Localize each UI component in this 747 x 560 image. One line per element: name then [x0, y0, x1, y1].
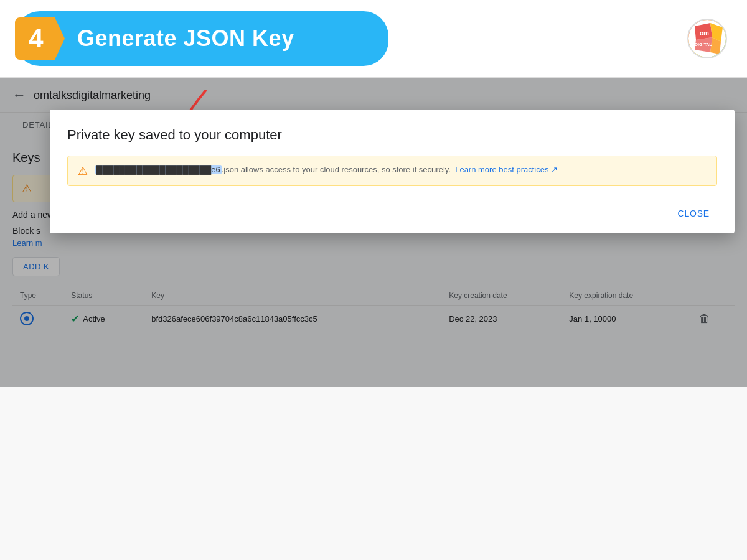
modal-footer: CLOSE	[67, 198, 717, 223]
step-banner: 4 Generate JSON Key	[15, 11, 388, 66]
modal-warning-icon: ⚠	[78, 164, 88, 178]
console-area: ← omtalksdigitalmarketing DETAILS PERMIS…	[0, 77, 747, 387]
warning-after-text: allows access to your cloud resources, s…	[238, 165, 451, 174]
modal-box: Private key saved to your computer ⚠ ███…	[50, 110, 735, 233]
filename-ext: .json	[222, 165, 238, 174]
learn-more-link[interactable]: Learn more best practices ↗	[455, 165, 558, 174]
logo-area: om DIGITAL	[682, 17, 732, 60]
brand-logo: om DIGITAL	[687, 19, 727, 58]
modal-warning-row: ⚠ ████████████████████e6.json allows acc…	[67, 156, 717, 186]
svg-text:om: om	[700, 30, 709, 37]
svg-text:DIGITAL: DIGITAL	[695, 42, 712, 47]
modal-warning-text: ████████████████████e6.json allows acces…	[95, 164, 558, 176]
close-button[interactable]: CLOSE	[670, 203, 717, 223]
external-link-icon: ↗	[551, 165, 558, 174]
modal-title: Private key saved to your computer	[67, 127, 717, 143]
filename-highlight: ████████████████████e6	[95, 165, 222, 174]
step-title: Generate JSON Key	[70, 26, 294, 52]
step-number: 4	[15, 17, 65, 60]
header-area: 4 Generate JSON Key om DIGITAL	[0, 0, 747, 77]
